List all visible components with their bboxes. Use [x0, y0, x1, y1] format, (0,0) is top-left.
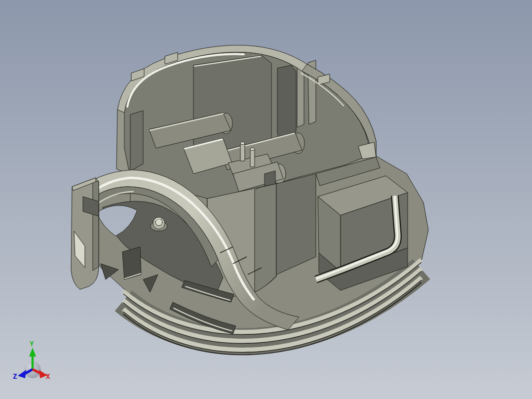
housing-front-wall-shade [255, 184, 276, 292]
inner-wall-left[interactable] [130, 111, 143, 171]
plate-right-facet [93, 181, 99, 271]
guide-pin-1-cap [240, 142, 245, 144]
housing-front-wall-right[interactable] [276, 174, 316, 275]
cad-viewport[interactable]: Y Z X [0, 0, 532, 399]
axis-z-label: Z [13, 372, 17, 380]
boss-dome-top [155, 219, 162, 226]
guide-pin-2-cap [250, 148, 255, 150]
axis-x-label: X [46, 372, 50, 380]
guide-pin-1[interactable] [240, 143, 245, 161]
part-left-plate[interactable] [71, 178, 99, 289]
inner-wall-right[interactable] [277, 65, 296, 143]
cad-scene: Y Z X [0, 0, 532, 399]
guide-pin-2[interactable] [250, 149, 255, 167]
axis-y-label: Y [30, 340, 34, 348]
